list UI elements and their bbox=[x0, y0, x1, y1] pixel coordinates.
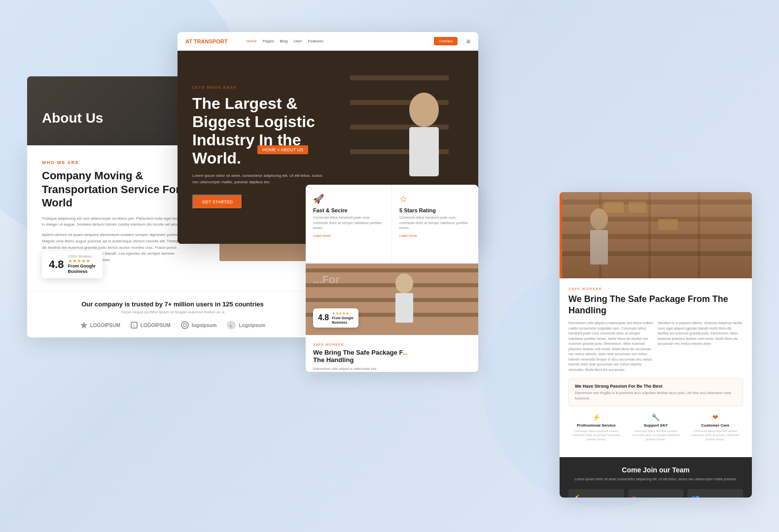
company-desc-1: Tristique adipiscing est sed ullamcorper… bbox=[42, 216, 186, 229]
passion-title: We Have Strong Passion For Be The Best bbox=[575, 384, 737, 389]
five-stars-desc: Commodo leltus hendrerit pede nunc commo… bbox=[399, 215, 471, 231]
right-card: SAFE WORKER We Bring The Safe Package Fr… bbox=[560, 192, 752, 498]
safe-package-title-short: We Bring The Safe Package F...The Handli… bbox=[313, 349, 471, 364]
logo-3: logoipsum bbox=[180, 321, 217, 330]
svg-rect-23 bbox=[409, 127, 439, 176]
hero-tag: LETS MOVE EASY bbox=[192, 85, 350, 90]
fast-secure-link[interactable]: Learn more bbox=[313, 234, 384, 237]
svg-rect-36 bbox=[599, 192, 602, 278]
care-icon: ❤ bbox=[687, 413, 743, 421]
svg-point-22 bbox=[409, 93, 439, 127]
srb-stars: ★★★★★ bbox=[332, 311, 354, 316]
service-for-label: ...For bbox=[313, 273, 340, 286]
svg-point-13 bbox=[183, 324, 186, 327]
right-card-content: SAFE WORKER We Bring The Safe Package Fr… bbox=[560, 278, 752, 457]
right-desc-cols: Elementum odio aliquet a malesuada sed l… bbox=[568, 321, 743, 372]
svg-rect-31 bbox=[560, 192, 752, 278]
support-icon: 🔧 bbox=[628, 413, 684, 421]
logo-1: LOGOIPSUM bbox=[80, 321, 120, 329]
hero-title: The Largest & Biggest Logistic Industry … bbox=[192, 95, 350, 167]
join-desc: Lorem ipsum dolor sit amet consectetur a… bbox=[568, 477, 743, 482]
service-rating-badge: 4.8 ★★★★★ From GoogleBusiness bbox=[313, 308, 358, 328]
care-title: Customer Care bbox=[687, 423, 743, 428]
rating-stars: ★★★★★ bbox=[68, 258, 96, 264]
svg-point-39 bbox=[590, 208, 608, 230]
logo-4-text: Logoipsum bbox=[239, 323, 265, 328]
logo-2: L LOGOIPSUM bbox=[130, 321, 171, 329]
professional-title: Professional Service bbox=[568, 423, 624, 428]
logo-4: L Logoipsum bbox=[226, 320, 265, 330]
five-stars-link[interactable]: Learn more bbox=[399, 234, 471, 237]
svg-rect-38 bbox=[698, 192, 700, 278]
logos-row: LOGOIPSUM L LOGOIPSUM logoipsum L Logoip… bbox=[42, 320, 303, 330]
logo-2-text: LOGOIPSUM bbox=[141, 323, 171, 328]
nav-user[interactable]: User bbox=[293, 39, 302, 43]
professional-icon: ⚡ bbox=[568, 413, 624, 421]
service-five-stars: ☆ 5 Stars Rating Commodo leltus hendreri… bbox=[392, 185, 478, 264]
commitment-icon: 👥 bbox=[691, 494, 739, 498]
right-card-image bbox=[560, 192, 752, 278]
join-mission: ♥ Mission Dignissim pharetra inceptos vu… bbox=[628, 489, 684, 498]
join-commitment: 👥 Commitment Dignissim pharetra inceptos… bbox=[687, 489, 743, 498]
join-team-section: Come Join our Team Lorem ipsum dolor sit… bbox=[560, 457, 752, 498]
svc-care: ❤ Customer Care Commodo leltus hendrerit… bbox=[687, 413, 743, 441]
passion-box: We Have Strong Passion For Be The Best E… bbox=[568, 378, 743, 406]
hero-cta-button[interactable]: GET STARTED bbox=[192, 195, 243, 209]
right-col-1: Elementum odio aliquet a malesuada sed l… bbox=[568, 321, 654, 372]
join-vision: ⚡ Vision Dignissim pharetra inceptos vul… bbox=[568, 489, 624, 498]
svg-rect-35 bbox=[560, 251, 752, 256]
about-banner-title: About Us bbox=[42, 110, 103, 126]
hamburger-icon[interactable]: ≡ bbox=[466, 37, 470, 45]
rating-source: From GoogleBusiness bbox=[68, 264, 96, 274]
rating-number: 4.8 bbox=[49, 258, 64, 271]
svg-rect-25 bbox=[306, 268, 478, 272]
rating-reviews: 1000+ Reviews bbox=[68, 255, 96, 258]
srb-source: From GoogleBusiness bbox=[332, 316, 354, 325]
svg-rect-27 bbox=[306, 298, 478, 302]
svg-rect-18 bbox=[350, 75, 449, 80]
srb-number: 4.8 bbox=[318, 313, 329, 322]
svg-rect-42 bbox=[629, 202, 646, 213]
safe-package-section: SAFE WORKER We Bring The Safe Package F.… bbox=[306, 335, 478, 372]
hero-content: LETS MOVE EASY The Largest & Biggest Log… bbox=[192, 85, 350, 209]
care-desc: Commodo leltus hendrerit podum commodo d… bbox=[687, 429, 743, 441]
logo-1-text: LOGOIPSUM bbox=[90, 323, 120, 328]
svc-professional: ⚡ Professional Service Commodo leltus he… bbox=[568, 413, 624, 441]
right-safe-worker-label: SAFE WORKER bbox=[568, 287, 743, 291]
fast-secure-desc: Commodo leltus hendrerit pede nunc commo… bbox=[313, 215, 384, 231]
trusted-subtitle: Turpis neque porttitor quam sit feugiat … bbox=[42, 310, 303, 314]
svg-rect-40 bbox=[590, 230, 608, 265]
contact-button[interactable]: Contact bbox=[434, 37, 458, 45]
svg-rect-43 bbox=[658, 219, 678, 230]
hero-navbar[interactable]: AT TRANSPORT Home Pages Blog User Featur… bbox=[177, 32, 478, 51]
support-desc: Commodo leltus hendrerit podum commodo d… bbox=[628, 429, 684, 441]
site-logo: AT TRANSPORT bbox=[185, 38, 227, 44]
svg-rect-34 bbox=[560, 234, 752, 239]
svc-support: 🔧 Support 24/7 Commodo leltus hendrerit … bbox=[628, 413, 684, 441]
vision-icon: ⚡ bbox=[572, 494, 620, 498]
svg-text:L: L bbox=[133, 324, 136, 327]
svg-rect-32 bbox=[560, 200, 752, 204]
svg-rect-41 bbox=[604, 202, 624, 213]
company-title: Company Moving & Transportation Service … bbox=[42, 169, 186, 210]
nav-home[interactable]: Home bbox=[246, 39, 256, 43]
right-col-2: Variation in a sequent laboris. Vivamus … bbox=[658, 321, 743, 372]
services-card: 🚀 Fast & Secire Commodo leltus hendrerit… bbox=[306, 185, 478, 372]
orange-accent-strip bbox=[560, 192, 562, 278]
join-grid: ⚡ Vision Dignissim pharetra inceptos vul… bbox=[568, 489, 743, 498]
nav-links: Home Pages Blog User Features bbox=[246, 39, 425, 43]
service-image: ...For 4.8 ★★★★★ From GoogleBusiness bbox=[306, 264, 478, 335]
svg-text:L: L bbox=[230, 324, 233, 328]
nav-pages[interactable]: Pages bbox=[263, 39, 274, 43]
rating-badge: 4.8 1000+ Reviews ★★★★★ From GoogleBusin… bbox=[42, 251, 103, 278]
svg-marker-9 bbox=[80, 322, 87, 329]
services-grid: ⚡ Professional Service Commodo leltus he… bbox=[568, 413, 743, 441]
safe-package-desc: Elementum odio aliquet a malesuada sedle… bbox=[313, 366, 471, 372]
logo-3-text: logoipsum bbox=[192, 323, 217, 328]
nav-features[interactable]: Features bbox=[308, 39, 323, 43]
nav-blog[interactable]: Blog bbox=[280, 39, 287, 43]
svg-rect-30 bbox=[395, 293, 413, 323]
logo-text: T TRANSPORT bbox=[189, 38, 227, 44]
svg-rect-33 bbox=[560, 217, 752, 222]
mission-icon: ♥ bbox=[632, 494, 680, 498]
